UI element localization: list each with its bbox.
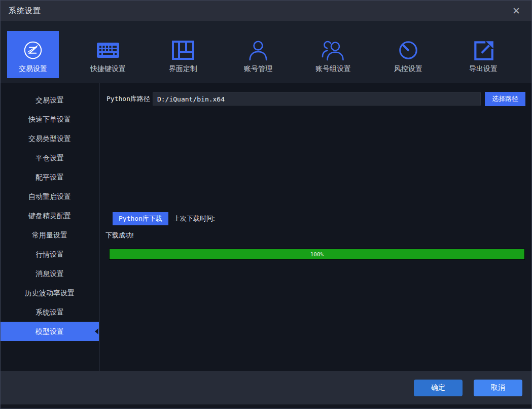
export-icon [472,36,495,64]
python-download-button[interactable]: Python库下载 [113,212,168,225]
sidebar-item-4[interactable]: 配平设置 [1,167,99,187]
download-status-text: 下载成功! [105,231,134,240]
tab-keyboard[interactable]: 快捷键设置 [82,31,134,78]
ok-button[interactable]: 确定 [414,380,463,396]
sidebar-item-5[interactable]: 自动重启设置 [1,187,99,206]
cancel-button[interactable]: 取消 [474,380,522,396]
window-bottom-edge [1,404,531,408]
close-icon[interactable]: ✕ [509,5,523,17]
tab-label: 快捷键设置 [90,64,126,74]
tab-layout[interactable]: 界面定制 [157,31,209,78]
choose-path-button[interactable]: 选择路径 [485,92,525,106]
footer-bar: 确定 取消 [1,371,531,404]
download-row: Python库下载 上次下载时间: [113,212,215,225]
tab-users[interactable]: 账号组设置 [307,31,359,78]
python-path-row: Python库路径 选择路径 [107,92,525,106]
sidebar-item-1[interactable]: 快速下单设置 [1,110,99,129]
tab-user[interactable]: 账号管理 [232,31,284,78]
title-bar: 系统设置 ✕ [1,1,531,21]
sidebar-item-12[interactable]: 模型设置 [1,322,99,341]
sidebar-item-11[interactable]: 系统设置 [1,302,99,322]
tab-label: 账号组设置 [315,64,351,74]
user-icon [246,36,270,64]
sidebar-item-6[interactable]: 键盘精灵配置 [1,206,99,225]
tab-label: 风控设置 [394,64,422,74]
sidebar-item-9[interactable]: 消息设置 [1,264,99,283]
tab-label: 交易设置 [19,64,47,74]
sidebar-item-7[interactable]: 常用量设置 [1,225,99,245]
last-download-time-label: 上次下载时间: [173,214,215,223]
keyboard-icon [96,36,120,64]
gauge-icon [397,36,420,64]
sidebar-item-0[interactable]: 交易设置 [1,90,99,110]
download-progress-bar: 100% [109,249,525,260]
sidebar-item-8[interactable]: 行情设置 [1,245,99,264]
settings-dialog: 系统设置 ✕ 交易设置 快捷键设置 界面定制 账号管理 [0,0,532,409]
logo-icon [21,36,45,64]
tab-strip: 交易设置 快捷键设置 界面定制 账号管理 账号组设置 [1,21,531,83]
tab-label: 账号管理 [244,64,272,74]
sidebar-nav: 交易设置快速下单设置交易类型设置平仓设置配平设置自动重启设置键盘精灵配置常用量设… [1,83,99,371]
dialog-title: 系统设置 [9,6,41,16]
tab-logo[interactable]: 交易设置 [7,31,59,78]
layout-icon [171,36,195,64]
tab-label: 导出设置 [469,64,498,74]
tab-gauge[interactable]: 风控设置 [382,31,434,78]
sidebar-item-2[interactable]: 交易类型设置 [1,129,99,148]
python-path-label: Python库路径 [107,94,150,104]
main-area: 交易设置快速下单设置交易类型设置平仓设置配平设置自动重启设置键盘精灵配置常用量设… [1,83,531,371]
users-icon [321,36,346,64]
sidebar-item-3[interactable]: 平仓设置 [1,148,99,167]
tab-label: 界面定制 [169,64,197,74]
python-path-input[interactable] [153,92,481,106]
sidebar-item-10[interactable]: 历史波动率设置 [1,283,99,302]
content-panel: Python库路径 选择路径 Python库下载 上次下载时间: 下载成功! 1… [99,83,531,371]
tab-export[interactable]: 导出设置 [457,31,509,78]
progress-fill: 100% [110,249,524,259]
